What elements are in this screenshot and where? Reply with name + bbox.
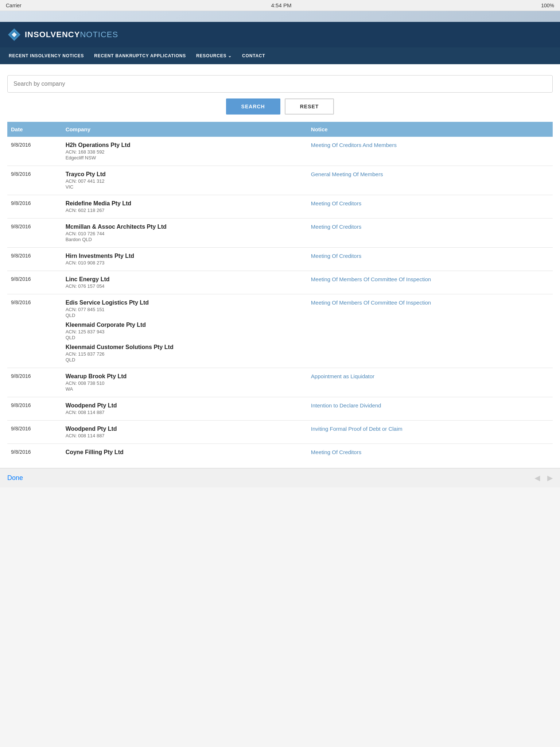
notice-link[interactable]: Meeting Of Members Of Committee Of Inspe… [311, 276, 431, 282]
search-button[interactable]: SEARCH [226, 98, 280, 115]
browser-nav-arrows: ◀ ▶ [534, 473, 553, 482]
cell-notice: Appointment as Liquidator [307, 368, 553, 397]
notice-link[interactable]: Inviting Formal Proof of Debt or Claim [311, 426, 402, 432]
company-acn: ACN: 168 338 592 [66, 149, 304, 155]
company-name[interactable]: Coyne Filling Pty Ltd [66, 449, 304, 456]
done-button[interactable]: Done [7, 474, 23, 482]
cell-company: Trayco Pty LtdACN: 007 441 312VIC [62, 166, 307, 195]
col-header-company: Company [62, 122, 307, 137]
notice-link[interactable]: Meeting Of Creditors And Members [311, 142, 397, 148]
cell-company: Woodpend Pty LtdACN: 008 114 887 [62, 397, 307, 421]
nav-item-recent-bankruptcy[interactable]: RECENT BANKRUPTCY APPLICATIONS [89, 47, 191, 64]
company-name[interactable]: H2h Operations Pty Ltd [66, 142, 304, 148]
company-location: VIC [66, 184, 304, 190]
nav-item-recent-insolvency[interactable]: RECENT INSOLVENCY NOTICES [4, 47, 89, 64]
cell-date: 9/8/2016 [7, 137, 62, 166]
company-acn: ACN: 076 157 054 [66, 283, 304, 289]
nav-item-contact[interactable]: CONTACT [237, 47, 270, 64]
company-name[interactable]: Woodpend Pty Ltd [66, 426, 304, 432]
cell-company: Edis Service Logistics Pty LtdACN: 077 8… [62, 294, 307, 368]
cell-company: Wearup Brook Pty LtdACN: 008 738 510WA [62, 368, 307, 397]
col-header-notice: Notice [307, 122, 553, 137]
company-name[interactable]: Kleenmaid Corporate Pty Ltd [66, 322, 304, 328]
cell-date: 9/8/2016 [7, 218, 62, 248]
time-label: 4:54 PM [271, 2, 292, 8]
table-row: 9/8/2016H2h Operations Pty LtdACN: 168 3… [7, 137, 553, 166]
search-buttons: SEARCH RESET [7, 98, 553, 115]
table-row: 9/8/2016Reidefine Media Pty LtdACN: 602 … [7, 195, 553, 218]
notice-link[interactable]: Meeting Of Members Of Committee Of Inspe… [311, 299, 431, 306]
cell-company: Linc Energy LtdACN: 076 157 054 [62, 271, 307, 294]
table-row: 9/8/2016Woodpend Pty LtdACN: 008 114 887… [7, 397, 553, 421]
main-nav: RECENT INSOLVENCY NOTICES RECENT BANKRUP… [0, 47, 560, 64]
cell-notice: Inviting Formal Proof of Debt or Claim [307, 421, 553, 444]
notice-link[interactable]: General Meeting Of Members [311, 171, 383, 177]
table-row: 9/8/2016Wearup Brook Pty LtdACN: 008 738… [7, 368, 553, 397]
back-arrow[interactable]: ◀ [534, 473, 540, 482]
company-name[interactable]: Trayco Pty Ltd [66, 171, 304, 178]
company-location: Edgecliff NSW [66, 155, 304, 160]
table-row: 9/8/2016Linc Energy LtdACN: 076 157 054M… [7, 271, 553, 294]
results-table: Date Company Notice 9/8/2016H2h Operatio… [7, 122, 553, 461]
logo-text-insolvency: INSOLVENCY [25, 30, 80, 39]
company-name[interactable]: Linc Energy Ltd [66, 276, 304, 283]
company-name[interactable]: Kleenmaid Customer Solutions Pty Ltd [66, 344, 304, 351]
carrier-label: Carrier [6, 3, 22, 8]
cell-date: 9/8/2016 [7, 444, 62, 461]
table-row: 9/8/2016Mcmillan & Assoc Architects Pty … [7, 218, 553, 248]
cell-company: Reidefine Media Pty LtdACN: 602 118 267 [62, 195, 307, 218]
company-location: WA [66, 386, 304, 392]
search-input[interactable] [7, 75, 553, 93]
cell-company: Hirn Investments Pty LtdACN: 010 908 273 [62, 248, 307, 271]
cell-date: 9/8/2016 [7, 294, 62, 368]
site-header: INSOLVENCYNOTICES [0, 22, 560, 47]
cell-date: 9/8/2016 [7, 195, 62, 218]
notice-link[interactable]: Intention to Declare Dividend [311, 402, 381, 409]
logo[interactable]: INSOLVENCYNOTICES [7, 28, 118, 42]
company-location: QLD [66, 357, 304, 363]
bottom-bar: Done ◀ ▶ [0, 468, 560, 487]
reset-button[interactable]: RESET [285, 98, 334, 115]
cell-notice: Intention to Declare Dividend [307, 397, 553, 421]
col-header-date: Date [7, 122, 62, 137]
company-acn: ACN: 010 726 744 [66, 231, 304, 236]
company-name[interactable]: Mcmillan & Assoc Architects Pty Ltd [66, 224, 304, 230]
status-bar: Carrier 4:54 PM 100% [0, 0, 560, 11]
table-header-row: Date Company Notice [7, 122, 553, 137]
search-area: SEARCH RESET [7, 75, 553, 115]
company-location: Bardon QLD [66, 237, 304, 242]
notice-link[interactable]: Appointment as Liquidator [311, 373, 374, 379]
company-acn: ACN: 008 114 887 [66, 410, 304, 415]
cell-notice: Meeting Of Creditors And Members [307, 137, 553, 166]
cell-date: 9/8/2016 [7, 421, 62, 444]
nav-item-resources[interactable]: RESOURCES ⌄ [191, 47, 237, 64]
cell-date: 9/8/2016 [7, 271, 62, 294]
company-acn: ACN: 008 738 510 [66, 380, 304, 386]
company-name[interactable]: Hirn Investments Pty Ltd [66, 253, 304, 259]
notice-link[interactable]: Meeting Of Creditors [311, 449, 361, 455]
notice-link[interactable]: Meeting Of Creditors [311, 253, 361, 259]
notice-link[interactable]: Meeting Of Creditors [311, 224, 361, 230]
table-row: 9/8/2016Hirn Investments Pty LtdACN: 010… [7, 248, 553, 271]
company-acn: ACN: 008 114 887 [66, 433, 304, 438]
company-acn: ACN: 077 845 151 [66, 307, 304, 312]
company-location: QLD [66, 335, 304, 340]
company-acn: ACN: 125 837 943 [66, 329, 304, 334]
cell-date: 9/8/2016 [7, 248, 62, 271]
company-name[interactable]: Woodpend Pty Ltd [66, 402, 304, 409]
company-acn: ACN: 602 118 267 [66, 208, 304, 213]
cell-company: H2h Operations Pty LtdACN: 168 338 592Ed… [62, 137, 307, 166]
company-location: QLD [66, 313, 304, 318]
cell-notice: General Meeting Of Members [307, 166, 553, 195]
battery-label: 100% [541, 3, 554, 8]
table-row: 9/8/2016Woodpend Pty LtdACN: 008 114 887… [7, 421, 553, 444]
cell-notice: Meeting Of Creditors [307, 218, 553, 248]
cell-notice: Meeting Of Creditors [307, 195, 553, 218]
table-row: 9/8/2016Coyne Filling Pty LtdMeeting Of … [7, 444, 553, 461]
forward-arrow[interactable]: ▶ [547, 473, 553, 482]
company-name[interactable]: Edis Service Logistics Pty Ltd [66, 299, 304, 306]
cell-notice: Meeting Of Members Of Committee Of Inspe… [307, 294, 553, 368]
notice-link[interactable]: Meeting Of Creditors [311, 200, 361, 206]
company-name[interactable]: Wearup Brook Pty Ltd [66, 373, 304, 380]
company-name[interactable]: Reidefine Media Pty Ltd [66, 200, 304, 207]
